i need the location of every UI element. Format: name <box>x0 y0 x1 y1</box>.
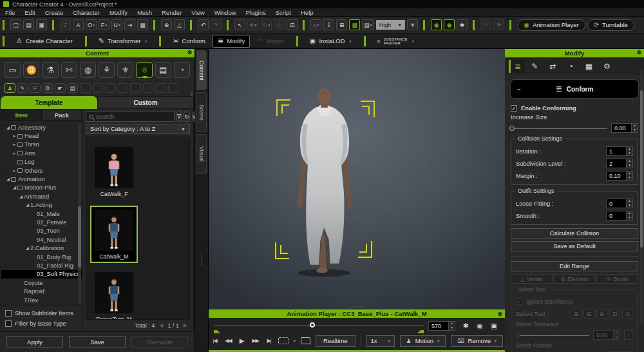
render-icon[interactable]: ◉ <box>474 321 486 331</box>
remove-button[interactable]: ⌧ Remove ▾ <box>451 335 503 347</box>
menu-edit[interactable]: Edit <box>24 9 35 16</box>
thumbnail-catwalk_f[interactable]: CatWalk_F <box>90 143 138 200</box>
pose-pin-icon[interactable]: ✱ <box>460 321 471 331</box>
export-usd-icon[interactable]: U▾ <box>111 19 122 30</box>
tree-expand-icon[interactable]: ▸ <box>12 168 17 173</box>
value-field[interactable]: 1 <box>606 146 627 156</box>
motion-icon[interactable]: ♟ <box>5 83 15 93</box>
modify-scrollbar[interactable] <box>640 70 643 324</box>
select-icon[interactable]: ↖ <box>234 19 245 30</box>
value-field[interactable]: 0 <box>606 211 627 220</box>
preview-window-icon[interactable]: ▦ <box>137 19 148 30</box>
speed-select[interactable]: 1x ▾ <box>366 335 395 347</box>
value-spinner[interactable]: 1▲▼ <box>606 146 633 156</box>
collapse-section-icon[interactable]: − <box>517 86 521 93</box>
tree-expand-icon[interactable]: ◢ <box>5 177 11 182</box>
collect-clip-icon[interactable]: ▣ <box>488 321 500 331</box>
value-field[interactable]: 2 <box>606 159 627 168</box>
dock-tab-content[interactable]: Content <box>196 50 207 90</box>
character-3d-model[interactable] <box>283 86 366 280</box>
tree-item-trex[interactable]: TRex <box>1 296 82 304</box>
animation-icon[interactable]: ⚛ <box>136 62 152 78</box>
script-doc-icon[interactable]: ▤ <box>68 83 79 93</box>
transformer-button[interactable]: ✎Transformer▾ <box>94 35 152 48</box>
playhead[interactable] <box>310 322 315 328</box>
value-spinner[interactable]: 0.10▲▼ <box>606 171 633 181</box>
tree-item-torso[interactable]: ▸Torso <box>1 141 82 149</box>
value-spinner[interactable]: 0▲▼ <box>606 199 633 208</box>
thumbnail-danceturn_m[interactable]: DanceTurn_M <box>90 268 138 320</box>
caption-icon[interactable] <box>301 337 310 344</box>
range-end-marker[interactable] <box>417 330 424 333</box>
range-start-marker[interactable] <box>214 330 220 333</box>
stepper-arrows[interactable]: ▲▼ <box>627 199 633 208</box>
menu-create[interactable]: Create <box>45 9 64 16</box>
calculate-collision-button[interactable]: Calculate Collision <box>511 228 638 239</box>
dock-tab-scene[interactable]: Scene <box>196 92 207 132</box>
search-box[interactable] <box>86 112 175 122</box>
stepper-arrows[interactable]: ▲▼ <box>627 159 633 168</box>
zoom-stage-icon[interactable]: ⊕ <box>161 19 172 30</box>
tab-item[interactable]: Item <box>1 109 42 121</box>
open-project-icon[interactable]: ▤ <box>23 19 34 30</box>
thumbnail-catwalk_m[interactable]: CatWalk_M <box>90 206 138 263</box>
tree-item-accessory[interactable]: ◢Accessory <box>1 123 82 132</box>
search-input[interactable] <box>96 113 171 120</box>
stepper-arrows[interactable]: ▲▼ <box>627 211 633 220</box>
tree-item-2-calibration[interactable]: ◢2.Calibration <box>1 244 82 252</box>
motion-button[interactable]: ♟ Motion ▾ <box>400 335 446 347</box>
tree-scrollbar[interactable] <box>78 123 81 304</box>
tree-item-head[interactable]: ▸Head <box>1 132 82 140</box>
wardrobe-icon[interactable]: ▭ <box>5 62 21 78</box>
play-button[interactable]: ▶ <box>238 337 246 344</box>
animation-player-button[interactable]: ◉Animation Player <box>517 19 585 31</box>
props-icon[interactable]: ◔ <box>174 62 190 78</box>
character-pair-icon[interactable]: ♊ <box>23 62 39 78</box>
tree-item-arm[interactable]: ▸Arm <box>1 149 82 157</box>
animation-player-header[interactable]: Animation Player : CC3_Base_Plus - CatWa… <box>209 309 505 318</box>
menu-plugins[interactable]: Plugins <box>246 9 266 16</box>
conform-section-button[interactable]: − ≣ Conform <box>510 79 639 99</box>
modify-button[interactable]: ≣Modify <box>213 35 250 48</box>
first-frame-button[interactable]: |◀ <box>211 338 219 344</box>
menu-script[interactable]: Script <box>276 9 291 16</box>
stage-icon[interactable]: ▤ <box>155 62 171 78</box>
stepper-arrows[interactable]: ▲▼ <box>627 171 633 181</box>
tree-item-raptoid[interactable]: Raptoid <box>1 287 82 295</box>
value-spinner[interactable]: 2▲▼ <box>606 159 633 168</box>
dock-tab-visual[interactable]: Visual <box>196 134 207 174</box>
turntable-button[interactable]: ⟳Turntable <box>587 19 634 31</box>
tab-attach[interactable]: ⇄ <box>545 60 561 73</box>
tree-item-coyote[interactable]: Coyote <box>1 279 82 287</box>
tab-modify-general[interactable]: ≣ <box>509 60 525 73</box>
menu-file[interactable]: File <box>5 9 15 16</box>
menu-view[interactable]: View <box>191 9 204 16</box>
tree-expand-icon[interactable]: ◢ <box>12 185 17 190</box>
prev-frame-button[interactable]: ◀◀ <box>224 338 232 344</box>
enable-conforming-row[interactable]: ✓ Enable Conforming <box>511 105 638 112</box>
camera-orbit-icon[interactable]: ◉ <box>431 19 442 30</box>
tab-uv[interactable]: ◔ <box>563 60 579 73</box>
menu-modify[interactable]: Modify <box>109 9 128 16</box>
tree-item-motion-plus[interactable]: ◢Motion-Plus <box>1 184 82 192</box>
home-icon[interactable]: ⌂▾ <box>310 19 321 30</box>
timeline-track[interactable] <box>214 321 424 331</box>
increase-size-spin[interactable]: 0.00 ▲▼ <box>611 123 638 133</box>
stepper-arrows[interactable]: ▲▼ <box>627 146 633 156</box>
menu-window[interactable]: Window <box>214 9 236 16</box>
save-button[interactable]: Save <box>69 336 126 347</box>
quality-select[interactable]: High▼ <box>376 20 405 30</box>
content-panel-header[interactable]: Content ⊗ <box>0 49 194 57</box>
tab-custom[interactable]: Custom <box>97 96 194 109</box>
frame-stepper[interactable]: ▲▼ <box>449 321 455 331</box>
collapse-shelf-icon[interactable]: « <box>188 93 194 95</box>
tree-item-03-soft-physics[interactable]: 03_Soft Physics <box>1 270 82 279</box>
import-box-icon[interactable]: ↧ <box>323 19 334 30</box>
tree-item-04-neutral[interactable]: 04_Neutral <box>1 235 82 244</box>
filter-icon[interactable]: ∇ <box>176 112 182 122</box>
substance-painter-button[interactable]: ⚙SUBSTANCE PAINTER▾ <box>373 35 419 48</box>
tab-pose-pen[interactable]: ✎ <box>527 60 543 73</box>
pivot-icon[interactable]: ⊡ <box>287 19 298 30</box>
tree-item-1-acting[interactable]: ◢1.Acting <box>1 201 82 210</box>
next-page-icon[interactable]: ▶ <box>184 322 187 328</box>
